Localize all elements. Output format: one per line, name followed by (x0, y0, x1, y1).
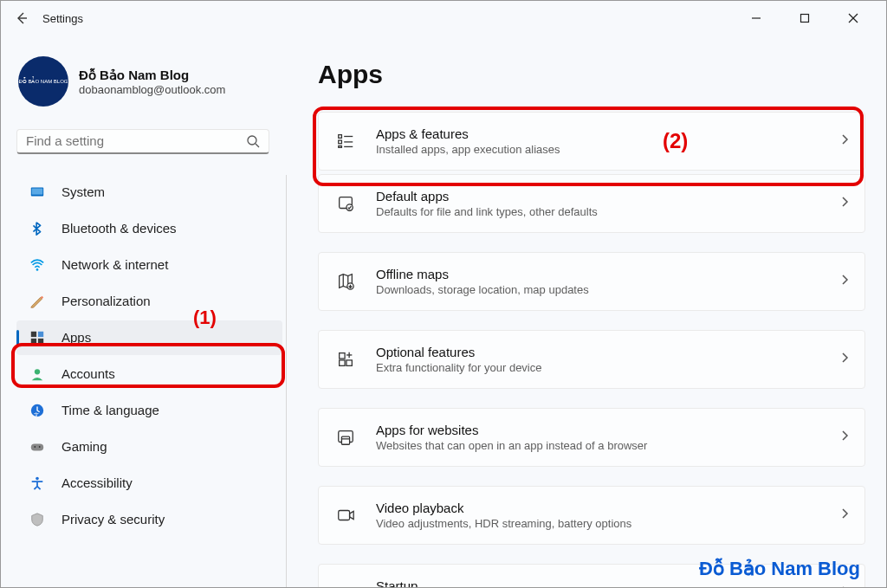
page-title: Apps (318, 60, 865, 89)
cards-list: Apps & features Installed apps, app exec… (318, 112, 865, 587)
maximize-button[interactable] (789, 6, 820, 30)
system-icon (29, 184, 46, 201)
profile-email: dobaonamblog@outlook.com (79, 83, 225, 96)
sidebar-item-apps[interactable]: Apps (16, 320, 282, 355)
card-title: Apps & features (376, 126, 840, 141)
sidebar-item-label: Privacy & security (62, 512, 165, 527)
window-controls (741, 6, 879, 30)
svg-point-8 (36, 268, 39, 271)
card-apps-websites[interactable]: Apps for websites Websites that can open… (318, 408, 865, 467)
offline-maps-icon (334, 270, 357, 293)
svg-rect-7 (32, 188, 43, 194)
card-title: Offline maps (376, 267, 840, 281)
card-desc: Websites that can open in an app instead… (376, 439, 840, 452)
card-offline-maps[interactable]: Offline maps Downloads, storage location… (318, 252, 865, 311)
svg-rect-39 (339, 511, 350, 520)
apps-features-icon (334, 130, 357, 152)
avatar: ĐỖ BẢO NAM BLOG (18, 56, 68, 107)
svg-point-4 (248, 136, 256, 145)
card-default-apps[interactable]: Default apps Defaults for file and link … (318, 174, 865, 233)
close-icon (848, 13, 858, 23)
svg-rect-31 (340, 353, 345, 359)
svg-point-19 (36, 476, 39, 480)
svg-rect-12 (38, 339, 43, 344)
svg-rect-20 (339, 135, 342, 139)
gaming-icon (29, 438, 46, 456)
card-startup[interactable]: Startup Apps that start automatically wh… (318, 564, 865, 587)
svg-rect-22 (339, 146, 342, 148)
minimize-icon (751, 13, 761, 23)
profile-name: Đỗ Bảo Nam Blog (79, 68, 225, 83)
svg-rect-37 (341, 436, 349, 444)
svg-rect-10 (38, 331, 43, 336)
app-title: Settings (42, 12, 83, 25)
sidebar-item-time[interactable]: 文Time & language (16, 393, 282, 428)
sidebar-item-label: Personalization (62, 294, 151, 308)
card-title: Default apps (376, 189, 840, 204)
card-desc: Video adjustments, HDR streaming, batter… (376, 517, 840, 530)
accounts-icon (29, 365, 46, 383)
card-optional-features[interactable]: Optional features Extra functionality fo… (318, 330, 865, 389)
sidebar-item-label: System (62, 184, 105, 199)
sidebar-item-label: Apps (62, 330, 91, 345)
main-content: Apps Apps & features Installed apps, app… (287, 36, 886, 587)
accessibility-icon (29, 475, 46, 492)
sidebar-item-label: Bluetooth & devices (62, 221, 177, 236)
svg-rect-16 (31, 443, 43, 450)
close-button[interactable] (838, 6, 869, 30)
sidebar-item-gaming[interactable]: Gaming (16, 430, 282, 464)
svg-rect-21 (339, 140, 342, 144)
sidebar-item-accounts[interactable]: Accounts (16, 357, 282, 391)
sidebar-item-label: Accounts (62, 366, 115, 381)
bluetooth-icon (29, 220, 46, 237)
card-title: Video playback (376, 501, 840, 515)
sidebar-item-label: Gaming (62, 439, 107, 454)
sidebar-item-system[interactable]: System (16, 175, 282, 210)
card-title: Optional features (376, 345, 840, 359)
back-button[interactable] (8, 4, 36, 32)
search-input[interactable] (26, 133, 246, 148)
svg-text:文: 文 (34, 411, 39, 417)
svg-rect-1 (801, 15, 809, 23)
chevron-right-icon (840, 585, 849, 587)
sidebar-item-personalization[interactable]: Personalization (16, 284, 282, 319)
chevron-right-icon (840, 133, 849, 149)
svg-rect-11 (31, 339, 36, 344)
time-icon: 文 (29, 402, 46, 419)
personalization-icon (29, 293, 46, 310)
svg-point-18 (39, 446, 41, 448)
sidebar-item-privacy[interactable]: Privacy & security (16, 502, 282, 537)
minimize-button[interactable] (741, 6, 772, 30)
network-icon (29, 256, 46, 274)
profile-section[interactable]: ĐỖ BẢO NAM BLOG Đỗ Bảo Nam Blog dobaonam… (16, 56, 287, 107)
apps-icon (29, 329, 46, 346)
titlebar: Settings (1, 1, 886, 36)
sidebar-item-label: Time & language (62, 403, 159, 417)
privacy-icon (29, 511, 46, 528)
search-icon (246, 134, 260, 148)
sidebar: ĐỖ BẢO NAM BLOG Đỗ Bảo Nam Blog dobaonam… (1, 36, 287, 587)
card-desc: Extra functionality for your device (376, 361, 840, 374)
sidebar-item-bluetooth[interactable]: Bluetooth & devices (16, 211, 282, 246)
card-apps-features[interactable]: Apps & features Installed apps, app exec… (318, 112, 865, 171)
card-desc: Defaults for file and link types, other … (376, 205, 840, 218)
sidebar-item-network[interactable]: Network & internet (16, 248, 282, 282)
card-video-playback[interactable]: Video playback Video adjustments, HDR st… (318, 486, 865, 545)
optional-features-icon (334, 348, 357, 371)
sidebar-item-label: Accessibility (62, 475, 133, 490)
chevron-right-icon (840, 507, 849, 523)
svg-point-17 (34, 446, 36, 448)
maximize-icon (800, 13, 810, 23)
svg-line-5 (256, 144, 259, 147)
video-playback-icon (334, 504, 357, 527)
card-desc: Downloads, storage location, map updates (376, 283, 840, 296)
svg-rect-32 (340, 360, 345, 365)
chevron-right-icon (840, 430, 849, 445)
chevron-right-icon (840, 352, 849, 367)
chevron-right-icon (840, 274, 849, 289)
sidebar-item-accessibility[interactable]: Accessibility (16, 466, 282, 501)
svg-rect-33 (346, 360, 352, 365)
svg-point-13 (35, 369, 40, 374)
search-box[interactable] (16, 129, 269, 154)
card-title: Apps for websites (376, 423, 840, 437)
